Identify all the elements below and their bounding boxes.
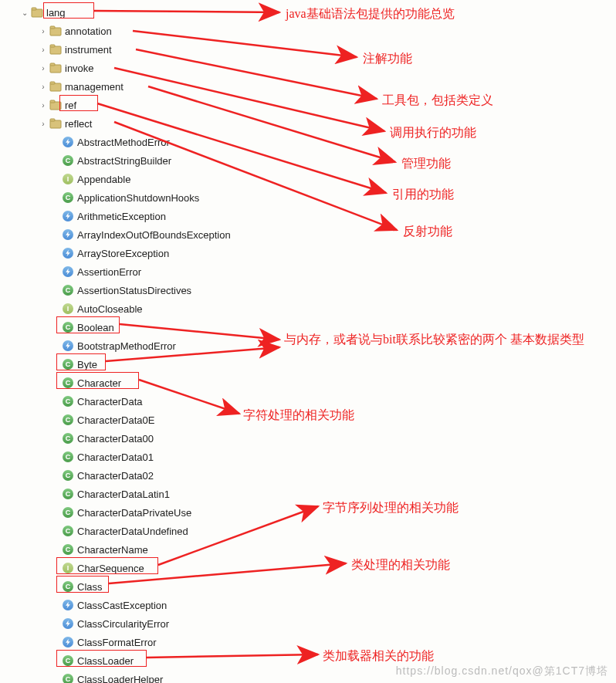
- tree-item-CharacterData02[interactable]: CCharacterData02: [0, 466, 616, 485]
- tree-item-AbstractStringBuilder[interactable]: CAbstractStringBuilder: [0, 151, 616, 170]
- annotation-text: 引用的功能: [392, 187, 454, 203]
- tree-item-CharSequence[interactable]: ICharSequence: [0, 559, 616, 577]
- tree-item-label: CharacterData01: [77, 451, 154, 463]
- tree-item-AssertionStatusDirectives[interactable]: CAssertionStatusDirectives: [0, 281, 616, 299]
- tree-item-CharacterData01[interactable]: CCharacterData01: [0, 448, 616, 466]
- tree-item-label: CharacterDataPrivateUse: [77, 507, 191, 519]
- package-icon: [49, 80, 62, 93]
- svg-rect-13: [50, 119, 55, 121]
- tree-item-label: ClassCastException: [77, 600, 167, 611]
- class-icon: C: [62, 543, 74, 556]
- tree-item-instrument[interactable]: ›instrument: [0, 40, 616, 59]
- tree-item-reflect[interactable]: ›reflect: [0, 114, 616, 133]
- tree-item-ClassFormatError[interactable]: ClassFormatError: [0, 633, 616, 651]
- tree-item-label: CharacterDataUndefined: [77, 526, 188, 537]
- class-icon: C: [62, 377, 74, 389]
- interface-icon: I: [62, 173, 74, 185]
- annotation-text: 类加载器相关的功能: [323, 648, 434, 664]
- class-icon: C: [62, 673, 74, 683]
- tree-item-invoke[interactable]: ›invoke: [0, 59, 616, 77]
- watermark: https://blog.csdn.net/qox@第1CT7博塔: [396, 664, 608, 678]
- error-icon: [62, 617, 74, 630]
- tree-item-ApplicationShutdownHooks[interactable]: CApplicationShutdownHooks: [0, 188, 616, 207]
- expand-icon[interactable]: ›: [37, 46, 49, 54]
- tree-item-label: CharacterDataLatin1: [77, 489, 170, 500]
- tree-item-label: Class: [77, 581, 103, 593]
- tree-item-annotation[interactable]: ›annotation: [0, 22, 616, 40]
- tree-item-label: AssertionError: [77, 266, 141, 278]
- tree-item-ClassCastException[interactable]: ClassCastException: [0, 596, 616, 614]
- tree-item-ClassCircularityError[interactable]: ClassCircularityError: [0, 614, 616, 633]
- class-icon: C: [62, 154, 74, 167]
- tree-item-label: lang: [46, 7, 66, 19]
- expand-icon[interactable]: ⌄: [19, 8, 31, 17]
- tree-item-label: CharSequence: [77, 563, 144, 574]
- tree-item-label: CharacterData0E: [77, 414, 154, 426]
- tree-item-ArithmeticException[interactable]: ArithmeticException: [0, 207, 616, 225]
- tree-item-label: annotation: [65, 25, 112, 37]
- tree-item-Character[interactable]: CCharacter: [0, 374, 616, 392]
- package-icon: [49, 43, 62, 56]
- tree-item-label: ClassFormatError: [77, 637, 157, 648]
- tree-item-ref[interactable]: ›ref: [0, 96, 616, 114]
- class-icon: C: [62, 654, 74, 667]
- tree-item-label: ApplicationShutdownHooks: [77, 192, 199, 204]
- tree-item-label: Character: [77, 377, 121, 389]
- tree-item-CharacterData00[interactable]: CCharacterData00: [0, 429, 616, 448]
- tree-item-label: AbstractMethodError: [77, 137, 170, 148]
- class-icon: C: [62, 358, 74, 370]
- package-icon: [49, 117, 62, 130]
- tree-item-label: ref: [65, 100, 76, 111]
- interface-icon: I: [62, 562, 74, 574]
- tree-item-CharacterName[interactable]: CCharacterName: [0, 540, 616, 559]
- class-icon: C: [62, 191, 74, 204]
- tree-item-label: ClassLoaderHelper: [77, 674, 163, 684]
- tree-item-Byte[interactable]: CByte: [0, 355, 616, 374]
- tree-item-AbstractMethodError[interactable]: AbstractMethodError: [0, 133, 616, 151]
- svg-rect-9: [50, 82, 55, 84]
- class-icon: C: [62, 432, 74, 445]
- interface-icon: I: [62, 303, 74, 315]
- tree-item-label: Byte: [77, 359, 97, 370]
- tree-item-ArrayStoreException[interactable]: ArrayStoreException: [0, 244, 616, 262]
- tree-item-label: AutoCloseable: [77, 303, 143, 315]
- tree-item-label: invoke: [65, 63, 94, 74]
- annotation-text: 类处理的相关功能: [351, 557, 450, 573]
- annotation-text: 反射功能: [403, 224, 452, 240]
- tree-item-label: ClassLoader: [77, 655, 134, 667]
- class-icon: C: [62, 488, 74, 500]
- annotation-text: 与内存，或者说与bit联系比较紧密的两个 基本数据类型: [284, 332, 608, 347]
- tree-item-CharacterDataPrivateUse[interactable]: CCharacterDataPrivateUse: [0, 503, 616, 522]
- svg-rect-3: [50, 26, 55, 29]
- tree-item-label: ArrayIndexOutOfBoundsException: [77, 229, 231, 241]
- tree-item-management[interactable]: ›management: [0, 77, 616, 96]
- tree-item-CharacterDataLatin1[interactable]: CCharacterDataLatin1: [0, 485, 616, 503]
- error-icon: [62, 599, 74, 611]
- tree-item-Class[interactable]: CClass: [0, 577, 616, 596]
- package-icon: [31, 6, 43, 19]
- annotation-text: 字节序列处理的相关功能: [323, 500, 459, 516]
- expand-icon[interactable]: ›: [37, 83, 49, 91]
- tree-item-AutoCloseable[interactable]: IAutoCloseable: [0, 299, 616, 318]
- class-icon: C: [62, 525, 74, 537]
- expand-icon[interactable]: ›: [37, 64, 49, 73]
- tree-item-ArrayIndexOutOfBoundsException[interactable]: ArrayIndexOutOfBoundsException: [0, 225, 616, 244]
- error-icon: [62, 636, 74, 648]
- tree-item-CharacterDataUndefined[interactable]: CCharacterDataUndefined: [0, 522, 616, 540]
- class-icon: C: [62, 321, 74, 333]
- tree-item-label: instrument: [65, 44, 112, 56]
- expand-icon[interactable]: ›: [37, 120, 49, 128]
- error-icon: [62, 228, 74, 241]
- svg-rect-5: [50, 45, 55, 47]
- annotation-text: java基础语法包提供的功能总览: [286, 6, 455, 22]
- tree-item-label: CharacterData: [77, 396, 143, 407]
- class-icon: C: [62, 395, 74, 407]
- tree-item-label: ClassCircularityError: [77, 618, 169, 630]
- error-icon: [62, 340, 74, 352]
- package-icon: [49, 62, 62, 74]
- annotation-text: 工具包，包括类定义: [382, 93, 493, 109]
- expand-icon[interactable]: ›: [37, 27, 49, 36]
- expand-icon[interactable]: ›: [37, 101, 49, 110]
- tree-item-AssertionError[interactable]: AssertionError: [0, 262, 616, 281]
- tree-item-Appendable[interactable]: IAppendable: [0, 170, 616, 188]
